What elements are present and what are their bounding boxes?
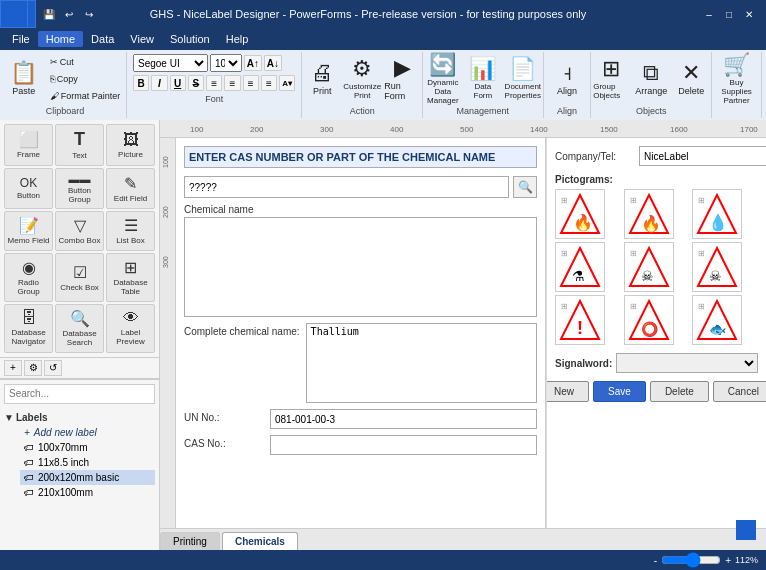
tab-printing[interactable]: Printing	[160, 532, 220, 550]
labels-expand-icon[interactable]: ▼	[4, 412, 14, 423]
label-item-1[interactable]: 🏷 11x8.5 inch	[20, 455, 155, 470]
menu-view[interactable]: View	[122, 31, 162, 47]
complete-name-textarea[interactable]: Thallium	[306, 323, 537, 403]
tool-db-table[interactable]: ⊞ Database Table	[106, 253, 155, 302]
close-btn[interactable]: ✕	[740, 6, 758, 22]
pictogram-flame[interactable]: ⊞ 🔥	[555, 189, 605, 239]
ribbon: 📋 Paste ✂ Cut ⎘ Copy 🖌 Format Painter Cl…	[0, 50, 766, 121]
tool-combo[interactable]: ▽ Combo Box	[55, 211, 104, 251]
zoom-slider[interactable]	[661, 556, 721, 564]
pictogram-skull[interactable]: ⊞ ☠	[624, 242, 674, 292]
font-color-btn[interactable]: A▾	[279, 75, 295, 91]
buy-btn[interactable]: 🛒 Buy Supplies Partner	[718, 54, 756, 104]
tool-db-search[interactable]: 🔍 Database Search	[55, 304, 104, 353]
pictogram-corrosion[interactable]: ⊞ ⚗	[555, 242, 605, 292]
align-right-btn[interactable]: ≡	[243, 75, 259, 91]
pictogram-flame2[interactable]: ⊞ 🔥	[624, 189, 674, 239]
copy-btn[interactable]: ⎘ Copy	[45, 71, 126, 87]
print-btn[interactable]: 🖨 Print	[303, 54, 341, 104]
un-no-input[interactable]	[270, 409, 537, 429]
arrange-btn[interactable]: ⧉ Arrange	[632, 54, 670, 104]
zoom-out-btn[interactable]: -	[654, 555, 657, 566]
pictogram-flame3[interactable]: ⊞ 💧	[692, 189, 742, 239]
add-tool-btn[interactable]: +	[4, 360, 22, 376]
menu-data[interactable]: Data	[83, 31, 122, 47]
svg-text:300: 300	[162, 256, 169, 268]
maximize-btn[interactable]: □	[720, 6, 738, 22]
menu-solution[interactable]: Solution	[162, 31, 218, 47]
undo-btn[interactable]: ↩	[60, 5, 78, 23]
align-btn[interactable]: ⫞ Align	[548, 54, 586, 104]
tool-list[interactable]: ☰ List Box	[106, 211, 155, 251]
font-shrink-btn[interactable]: A↓	[264, 55, 282, 71]
font-size-select[interactable]: 10	[210, 54, 242, 72]
document-props-btn[interactable]: 📄 Document Properties	[504, 54, 542, 104]
align-left-btn[interactable]: ≡	[206, 75, 222, 91]
tool-button-group[interactable]: ▬▬ Button Group	[55, 168, 104, 210]
chem-search-input[interactable]	[184, 176, 509, 198]
underline-btn[interactable]: U	[170, 75, 186, 91]
pictogram-exclamation[interactable]: ⊞ !	[555, 295, 605, 345]
redo-btn[interactable]: ↪	[80, 5, 98, 23]
delete-btn[interactable]: Delete	[650, 381, 709, 402]
chem-list[interactable]	[184, 217, 537, 317]
label-item-2[interactable]: 🏷 200x120mm basic	[20, 470, 155, 485]
group-btn[interactable]: ⊞ Group Objects	[592, 54, 630, 104]
bold-btn[interactable]: B	[133, 75, 149, 91]
bottom-tabs: Printing Chemicals	[160, 528, 766, 550]
cut-btn[interactable]: ✂ Cut	[45, 54, 126, 70]
corner-widget	[736, 520, 756, 540]
strikethrough-btn[interactable]: S	[188, 75, 204, 91]
cas-no-input[interactable]	[270, 435, 537, 455]
refresh-tool-btn[interactable]: ↺	[44, 360, 62, 376]
zoom-in-btn[interactable]: +	[725, 555, 731, 566]
search-input[interactable]	[4, 384, 155, 404]
data-form-btn[interactable]: 📊 Data Form	[464, 54, 502, 104]
svg-text:1500: 1500	[600, 125, 618, 134]
pictogram-skull2[interactable]: ⊞ ☠	[692, 242, 742, 292]
add-new-label-item[interactable]: + Add new label	[20, 425, 155, 440]
tool-check[interactable]: ☑ Check Box	[55, 253, 104, 302]
label-item-3[interactable]: 🏷 210x100mm	[20, 485, 155, 500]
menu-home[interactable]: Home	[38, 31, 83, 47]
tool-picture[interactable]: 🖼 Picture	[106, 124, 155, 166]
menu-file[interactable]: File	[4, 31, 38, 47]
action-buttons: New Save Delete Cancel	[555, 381, 758, 402]
chem-search-btn[interactable]: 🔍	[513, 176, 537, 198]
label-item-0[interactable]: 🏷 100x70mm	[20, 440, 155, 455]
pictogram-environment[interactable]: ⊞ 🐟	[692, 295, 742, 345]
tool-radio[interactable]: ◉ Radio Group	[4, 253, 53, 302]
settings-tool-btn[interactable]: ⚙	[24, 360, 42, 376]
run-form-btn[interactable]: ▶ Run Form	[383, 54, 421, 104]
tool-frame[interactable]: ⬜ Frame	[4, 124, 53, 166]
save-btn[interactable]: Save	[593, 381, 646, 402]
paste-btn[interactable]: 📋 Paste	[5, 54, 43, 104]
company-tel-input[interactable]	[639, 146, 766, 166]
pictogram-oxidizing[interactable]: ⊞ ⭕	[624, 295, 674, 345]
signal-select[interactable]	[616, 353, 758, 373]
tab-chemicals[interactable]: Chemicals	[222, 532, 298, 550]
font-grow-btn[interactable]: A↑	[244, 55, 262, 71]
svg-text:400: 400	[390, 125, 404, 134]
new-btn[interactable]: New	[546, 381, 589, 402]
tool-label-preview[interactable]: 👁 Label Preview	[106, 304, 155, 353]
tool-text[interactable]: T Text	[55, 124, 104, 166]
delete-ribbon-btn[interactable]: ✕ Delete	[672, 54, 710, 104]
cancel-btn[interactable]: Cancel	[713, 381, 766, 402]
font-family-select[interactable]: Segoe UI	[133, 54, 208, 72]
tool-db-nav[interactable]: 🗄 Database Navigator	[4, 304, 53, 353]
minimize-btn[interactable]: –	[700, 6, 718, 22]
menu-help[interactable]: Help	[218, 31, 257, 47]
format-painter-btn[interactable]: 🖌 Format Painter	[45, 88, 126, 104]
align-center-btn[interactable]: ≡	[224, 75, 240, 91]
save-quick-btn[interactable]: 💾	[40, 5, 58, 23]
tool-memo[interactable]: 📝 Memo Field	[4, 211, 53, 251]
italic-btn[interactable]: I	[151, 75, 167, 91]
tool-edit-field[interactable]: ✎ Edit Field	[106, 168, 155, 210]
tool-button[interactable]: OK Button	[4, 168, 53, 210]
dynamic-data-btn[interactable]: 🔄 Dynamic Data Manager	[424, 54, 462, 104]
dynamic-label: Dynamic Data Manager	[425, 78, 461, 105]
align-justify-btn[interactable]: ≡	[261, 75, 277, 91]
customize-print-btn[interactable]: ⚙ Customize Print	[343, 54, 381, 104]
svg-text:1700: 1700	[740, 125, 758, 134]
